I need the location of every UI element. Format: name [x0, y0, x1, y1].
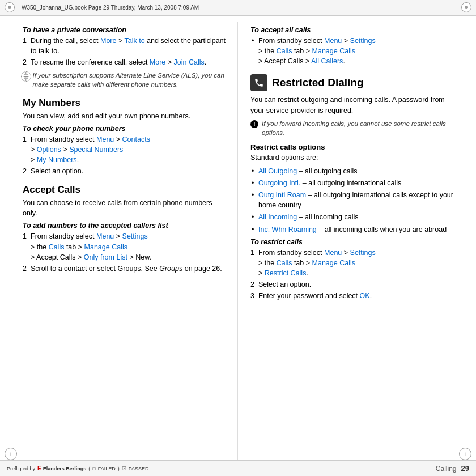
link-outg-intl-roam: Outg Intl Roam	[258, 191, 306, 199]
link-contacts: Contacts	[122, 135, 150, 143]
link-settings-aac: Settings	[350, 37, 376, 45]
section-accept-all-calls: To accept all calls From standby select …	[250, 26, 459, 66]
accept-calls-steps: 1 From standby select Menu > Settings> t…	[23, 231, 227, 274]
corner-mark-top-right	[461, 2, 471, 12]
add-numbers-heading: To add numbers to the accepted callers l…	[23, 222, 227, 230]
restricted-header: Restricted Dialing	[250, 74, 459, 91]
corner-circle-tr	[461, 2, 471, 12]
sun-icon	[23, 71, 29, 82]
accept-calls-body: You can choose to receive calls from cer…	[23, 198, 227, 218]
link-only-from-list: Only from List	[84, 253, 128, 261]
list-item: All Incoming – all incoming calls	[250, 212, 459, 222]
list-item: 2 Select an option.	[23, 166, 227, 176]
list-item: Outgoing Intl. – all outgoing internatio…	[250, 178, 459, 188]
page-info: Calling 29	[436, 464, 469, 473]
restrict-options-bullets: All Outgoing – all outgoing calls Outgoi…	[250, 166, 459, 235]
link-menu-ac: Menu	[96, 232, 114, 240]
bracket-close: )	[118, 466, 120, 471]
warning-icon: !	[250, 120, 258, 128]
corner-mark-top-left	[5, 2, 15, 12]
passed-label: PASSED	[129, 466, 149, 471]
restricted-dialing-icon	[250, 74, 267, 91]
accept-all-calls-bullets: From standby select Menu > Settings> the…	[250, 36, 459, 66]
link-restrict-calls: Restrict Calls	[265, 269, 307, 277]
check-phone-numbers-heading: To check your phone numbers	[23, 125, 227, 133]
top-bar-text: W350_Johanna_UG.book Page 29 Thursday, M…	[22, 5, 199, 11]
left-column: To have a private conversation 1 During …	[0, 22, 238, 460]
checkbox-passed: ☑	[122, 466, 126, 471]
failed-label: FAILED	[98, 466, 116, 471]
section-restricted-dialing: Restricted Dialing You can restrict outg…	[250, 74, 459, 301]
my-numbers-title: My Numbers	[23, 97, 227, 109]
link-calls-tab-rc: Calls	[277, 259, 292, 267]
restricted-dialing-title: Restricted Dialing	[272, 76, 364, 89]
link-manage-calls-aac: Manage Calls	[312, 47, 355, 55]
link-special-numbers: Special Numbers	[69, 146, 123, 154]
corner-circle-tl	[5, 2, 15, 12]
list-item: Inc. Whn Roaming – all incoming calls wh…	[250, 224, 459, 235]
link-ok: OK	[360, 292, 370, 300]
list-item: 2 To resume the conference call, select …	[23, 57, 227, 67]
link-my-numbers: My Numbers	[37, 156, 77, 164]
restrict-options-heading: Restrict calls options	[250, 143, 459, 151]
restricted-warning-text: If you forward incoming calls, you canno…	[262, 119, 459, 137]
link-settings-ac: Settings	[122, 232, 148, 240]
link-calls-tab-aac: Calls	[277, 47, 292, 55]
link-outgoing-intl: Outgoing Intl.	[258, 179, 300, 187]
link-menu-rc: Menu	[324, 249, 342, 257]
section-accept-calls: Accept Calls You can choose to receive c…	[23, 184, 227, 274]
bottom-bar: Prefligted by E Elanders Berlings ( □ FA…	[0, 460, 476, 476]
list-item: All Outgoing – all outgoing calls	[250, 166, 459, 176]
list-item: 1 During the call, select More > Talk to…	[23, 36, 227, 56]
page-wrapper: W350_Johanna_UG.book Page 29 Thursday, M…	[0, 0, 476, 476]
right-column: To accept all calls From standby select …	[238, 22, 476, 460]
link-settings-rc: Settings	[350, 249, 376, 257]
my-numbers-steps: 1 From standby select Menu > Contacts> O…	[23, 134, 227, 177]
als-info-text: If your subscription supports Alternate …	[32, 71, 227, 89]
corner-bottom-right	[459, 448, 471, 460]
section-private-conversation: To have a private conversation 1 During …	[23, 26, 227, 90]
link-menu-1: Menu	[96, 135, 114, 143]
link-inc-whn-roaming: Inc. Whn Roaming	[258, 226, 317, 233]
private-conversation-heading: To have a private conversation	[23, 26, 227, 34]
my-numbers-body: You can view, add and edit your own phon…	[23, 111, 227, 121]
link-manage-calls-ac: Manage Calls	[84, 243, 128, 251]
corner-circle-br	[459, 448, 471, 460]
restricted-warning-box: ! If you forward incoming calls, you can…	[250, 119, 459, 137]
link-options: Options	[37, 146, 61, 154]
link-more: More	[100, 37, 116, 45]
accept-calls-title: Accept Calls	[23, 184, 227, 196]
private-conversation-steps: 1 During the call, select More > Talk to…	[23, 36, 227, 67]
list-item: 3 Enter your password and select OK.	[250, 291, 459, 301]
top-bar: W350_Johanna_UG.book Page 29 Thursday, M…	[0, 0, 476, 16]
phone-restricted-svg	[254, 78, 264, 88]
checkbox-failed: □	[92, 466, 95, 471]
preflight-label: Prefligted by	[7, 466, 35, 471]
link-all-outgoing: All Outgoing	[258, 167, 297, 175]
elanders-name: Elanders Berlings	[43, 466, 87, 471]
restrict-options-body: Standard options are:	[250, 152, 459, 163]
link-talk-to: Talk to	[125, 37, 145, 45]
page-label: Calling	[436, 465, 457, 473]
list-item: Outg Intl Roam – all outgoing internatio…	[250, 190, 459, 210]
list-item: 2 Scroll to a contact or select Groups. …	[23, 264, 227, 274]
corner-bottom-left	[5, 448, 17, 460]
info-box-als: If your subscription supports Alternate …	[23, 71, 227, 89]
link-manage-calls-rc: Manage Calls	[312, 259, 355, 267]
list-item: 1 From standby select Menu > Settings> t…	[250, 248, 459, 278]
restrict-calls-heading: To restrict calls	[250, 238, 459, 246]
list-item: From standby select Menu > Settings> the…	[250, 36, 459, 66]
corner-circle-bl	[5, 448, 17, 460]
link-menu-aac: Menu	[324, 37, 342, 45]
section-my-numbers: My Numbers You can view, add and edit yo…	[23, 97, 227, 177]
link-join-calls: Join Calls	[174, 58, 205, 66]
link-calls-tab-ac: Calls	[49, 243, 65, 251]
list-item: 1 From standby select Menu > Contacts> O…	[23, 134, 227, 165]
elanders-logo: E Elanders Berlings	[37, 465, 86, 471]
link-all-incoming: All Incoming	[258, 213, 297, 221]
link-more-2: More	[150, 58, 165, 66]
page-number: 29	[461, 464, 469, 473]
accept-all-calls-heading: To accept all calls	[250, 26, 459, 34]
link-all-callers: All Callers	[311, 57, 343, 65]
preflight-area: Prefligted by E Elanders Berlings ( □ FA…	[7, 465, 149, 471]
